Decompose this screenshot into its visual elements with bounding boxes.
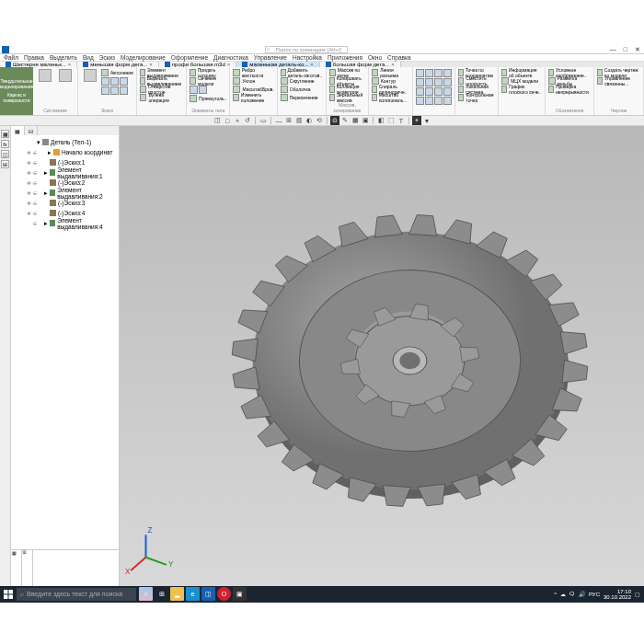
ribbon-boolean[interactable]: Булева операция [140, 94, 183, 101]
tree-bottom-tab[interactable]: ▦ [11, 550, 22, 586]
view-btn[interactable]: ▦ [351, 116, 360, 125]
tool-icon[interactable] [190, 86, 198, 94]
visibility-icon[interactable]: 👁 [26, 201, 31, 206]
ribbon-mode-solid[interactable]: Твердотельное моделирование Каркас и пов… [0, 67, 33, 115]
tool-icon[interactable] [120, 77, 128, 86]
view-btn[interactable]: □ [223, 116, 232, 125]
tool-icon[interactable] [101, 86, 109, 95]
enable-icon[interactable]: ∈ [32, 201, 38, 206]
maximize-button[interactable]: □ [624, 46, 627, 53]
ribbon-btn[interactable] [36, 69, 54, 107]
visibility-icon[interactable]: 👁 [26, 190, 31, 196]
filter-btn[interactable]: ▼ [422, 116, 431, 125]
tool-icon[interactable] [434, 78, 443, 86]
tray-expand-icon[interactable]: ^ [554, 592, 557, 597]
ribbon-autoline[interactable]: Автолиния [101, 69, 133, 76]
minimize-button[interactable]: — [610, 46, 616, 53]
tool-icon[interactable] [199, 86, 207, 94]
view-btn[interactable]: ◫ [213, 116, 222, 125]
ribbon-graph[interactable]: График плоского сече.. [501, 86, 542, 93]
ribbon-parting[interactable]: Линия разъема [372, 69, 409, 76]
ribbon-rect[interactable]: Прямоуголь.. [190, 95, 226, 102]
view-btn[interactable]: ◐ [305, 116, 314, 125]
view-btn[interactable]: ⬚ [386, 116, 396, 125]
ribbon-managelinks[interactable]: Управление связанны... [597, 77, 640, 85]
tool-icon[interactable] [425, 78, 433, 86]
ribbon-rib[interactable]: Ребро жесткости [233, 69, 273, 76]
tool-icon[interactable] [434, 87, 443, 96]
tray-volume-icon[interactable]: 🔊 [579, 591, 585, 597]
ribbon-intersect[interactable]: Пересечение [281, 94, 323, 101]
sidestrip-btn[interactable]: ◫ [1, 150, 9, 158]
view-btn[interactable]: ◧ [376, 116, 385, 125]
tool-icon[interactable] [443, 87, 452, 96]
menu-management[interactable]: Управление [254, 54, 287, 61]
tray-onedrive-icon[interactable]: ☁ [560, 591, 566, 597]
visibility-icon[interactable]: 👁 [26, 160, 31, 166]
view-btn[interactable]: — [274, 116, 283, 125]
ribbon-ctrlpt[interactable]: Контрольная точка [458, 94, 495, 101]
ribbon-addpart[interactable]: Добавить деталь-заготов.. [281, 69, 323, 76]
ribbon-info[interactable]: Информация об объекте [501, 69, 542, 76]
enable-icon[interactable]: ∈ [32, 211, 38, 216]
ribbon-btn[interactable] [81, 69, 99, 107]
tool-icon[interactable] [425, 87, 433, 96]
task-icon-edge[interactable]: e [186, 587, 200, 601]
task-icon-app[interactable]: ▣ [233, 587, 247, 601]
menu-sketch[interactable]: Эскиз [99, 54, 115, 61]
sidestrip-btn[interactable]: ⊞ [1, 160, 9, 168]
ribbon-mirror[interactable]: Зеркальный массив [329, 94, 365, 101]
tray-language[interactable]: РУС [589, 592, 600, 597]
menu-select[interactable]: Выделить [50, 54, 77, 61]
sidestrip-btn[interactable]: ▦ [1, 130, 9, 138]
visibility-icon[interactable]: 👁 [26, 211, 31, 216]
tool-icon[interactable] [425, 69, 433, 77]
tray-action-center-icon[interactable]: ▢ [635, 591, 640, 597]
tool-icon[interactable] [120, 86, 128, 95]
menu-settings[interactable]: Настройка [293, 54, 322, 61]
tool-icon[interactable] [425, 97, 433, 105]
menu-help[interactable]: Справка [387, 54, 411, 61]
view-btn[interactable]: ▭ [259, 116, 268, 125]
tool-icon[interactable] [434, 69, 443, 77]
ribbon-btn[interactable] [56, 69, 75, 107]
view-btn[interactable]: ⊙ [330, 116, 339, 125]
tool-icon[interactable] [416, 97, 424, 105]
tree-root[interactable]: ▾Деталь (Тел-1) [13, 137, 117, 147]
enable-icon[interactable]: ∈ [32, 221, 38, 226]
view-btn[interactable]: ⌖ [412, 116, 421, 125]
ribbon-continuity[interactable]: Проверка непрерывности [548, 86, 591, 93]
ribbon-shell[interactable]: Оболочка [281, 86, 323, 93]
tool-icon[interactable] [416, 69, 424, 77]
sidestrip-btn[interactable]: fx [1, 140, 9, 148]
task-icon-taskview[interactable]: ⊞ [155, 587, 168, 601]
enable-icon[interactable]: ∈ [32, 150, 38, 155]
tool-icon[interactable] [416, 87, 424, 96]
enable-icon[interactable]: ∈ [32, 170, 38, 176]
task-icon-cortana[interactable]: ○ [139, 587, 153, 601]
close-button[interactable]: ✕ [635, 46, 640, 53]
tray-notif-icon[interactable]: 🗨 [569, 592, 575, 597]
view-btn[interactable]: ⊞ [284, 116, 293, 125]
menu-applications[interactable]: Приложения [328, 54, 362, 61]
tool-icon[interactable] [416, 78, 424, 86]
tree-item-extrude[interactable]: 👁∈▸Элемент выдавливания:2 [13, 188, 117, 198]
menu-design[interactable]: Оформление [171, 54, 208, 61]
ribbon-polyscale[interactable]: Масштаб полигональ... [372, 94, 409, 101]
tree-item-origin[interactable]: 👁∈▸Начало координат [13, 147, 117, 157]
tree-item-extrude[interactable]: 👁∈▸Элемент выдавливания:1 [13, 167, 117, 178]
view-btn[interactable]: T [397, 116, 406, 125]
task-icon-explorer[interactable]: ▂ [170, 587, 184, 601]
menu-file[interactable]: Файл [4, 54, 18, 61]
ribbon-move[interactable]: Изменить положение [233, 94, 273, 101]
command-search[interactable]: Поиск по командам (Alt+/) [265, 46, 348, 53]
tool-icon[interactable] [443, 97, 452, 105]
view-btn[interactable]: ▥ [294, 116, 304, 125]
menu-view[interactable]: Вид [83, 54, 94, 61]
visibility-icon[interactable]: 👁 [26, 150, 31, 155]
taskbar-clock[interactable]: 17:10 30.10.2022 [604, 589, 631, 600]
start-button[interactable] [0, 586, 17, 603]
tree-item-extrude[interactable]: ∈▸Элемент выдавливания:4 [13, 218, 117, 228]
enable-icon[interactable]: ∈ [32, 180, 38, 186]
view-btn[interactable]: ↺ [243, 116, 252, 125]
